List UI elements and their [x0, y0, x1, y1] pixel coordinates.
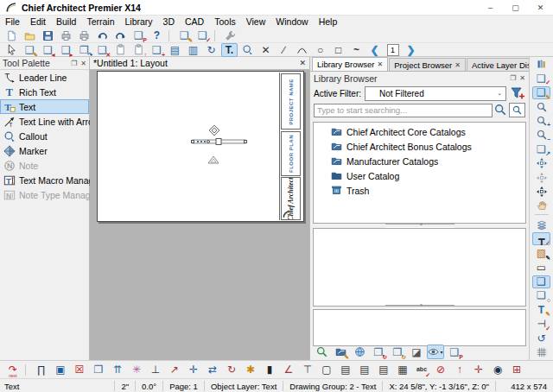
menu-tools[interactable]: Tools [209, 16, 241, 27]
fill-window-button[interactable] [532, 157, 550, 170]
menu-view[interactable]: View [241, 16, 271, 27]
library-item-core-catalogs[interactable]: Chief Architect Core Catalogs [314, 124, 525, 139]
color-chooser-button[interactable]: ▧✎ [532, 247, 550, 260]
undo-button[interactable] [94, 28, 111, 42]
toggle-preview-button[interactable]: ▾ [427, 345, 444, 359]
library-item-manufacturer-catalogs[interactable]: Manufacturer Catalogs [314, 154, 525, 168]
library-item-trash[interactable]: Trash [314, 183, 525, 198]
document-tab-close-icon[interactable]: ✕ [299, 59, 306, 67]
library-float-icon[interactable]: ❐ [510, 74, 516, 82]
library-browser-panel-button[interactable] [532, 58, 550, 71]
align-center-button[interactable]: ▤ [356, 362, 373, 377]
save-button[interactable] [40, 28, 56, 42]
close-view-button[interactable]: ❑✕ [94, 43, 111, 57]
zoom-button[interactable] [532, 100, 550, 113]
filter-funnel-icon[interactable] [510, 86, 525, 100]
tab-project-browser[interactable]: Project Browser✕ [389, 58, 466, 71]
align-left-button[interactable]: ▤ [337, 362, 354, 377]
text-tool-button[interactable]: T. [221, 43, 238, 57]
print-preview-button[interactable] [76, 28, 92, 42]
library-close-icon[interactable]: ✕ [519, 74, 525, 82]
tab-project-browser-close-icon[interactable]: ✕ [454, 61, 461, 69]
align-objects-button[interactable]: ⇄ [204, 362, 221, 377]
edit-library-button[interactable]: ✎ [332, 345, 349, 359]
layout-box-table-button[interactable]: ⊞ [508, 362, 525, 377]
redo-button[interactable] [112, 28, 129, 42]
layout-page-info-button[interactable]: ▤ [167, 43, 183, 57]
menu-terrain[interactable]: Terrain [81, 16, 119, 27]
spline-tool-button[interactable]: ~ [348, 43, 365, 57]
pan-window-button[interactable] [532, 199, 550, 212]
fill-window-no-labels-button[interactable] [532, 171, 550, 184]
open-file-button[interactable] [22, 28, 38, 42]
menu-3d[interactable]: 3D [158, 16, 180, 27]
open-symbol-button[interactable]: ▮ [261, 362, 278, 377]
copy-object-button[interactable]: ❐ [90, 362, 107, 377]
maximize-button[interactable]: ▢ [503, 0, 528, 15]
palette-item-text-line-with-arrow[interactable]: Text Line with Arrow [0, 114, 89, 129]
open-object-button[interactable]: ∏ [33, 362, 50, 377]
minimize-button[interactable]: – [478, 0, 503, 15]
update-catalog-button[interactable]: ❐↻ [370, 345, 387, 359]
make-perpendicular-button[interactable]: ⊥ [147, 362, 164, 377]
swap-views-button[interactable]: ❐↷ [76, 43, 92, 57]
active-filter-select[interactable]: Not Filtered ⌄ [365, 86, 506, 101]
palette-float-icon[interactable]: ❐ [71, 60, 77, 67]
previous-page-button[interactable]: ❮ [366, 43, 383, 57]
spell-check-button[interactable]: abc✓ [413, 362, 430, 377]
purge-unused-button[interactable]: ◪ [408, 345, 425, 359]
next-view-button[interactable]: ❑► [58, 43, 74, 57]
library-preferences-button[interactable]: ❑P [446, 345, 463, 359]
rotate-object-button[interactable]: ↻ [223, 362, 240, 377]
document-tab[interactable]: *Untitled 1: Layout [93, 58, 168, 68]
edit-preferences-button[interactable]: ❑✓ [194, 28, 211, 42]
menu-window[interactable]: Window [270, 16, 313, 27]
dimension-options-button[interactable]: ⊣✓ [532, 318, 550, 331]
rotate-view-button[interactable]: ↻ [203, 43, 219, 57]
zoom-in-button[interactable]: + [532, 115, 550, 128]
no-locate-button[interactable]: ⊘ [432, 362, 449, 377]
cross-box-tool-button[interactable]: ✕ [257, 43, 274, 57]
preferences-p-button[interactable]: ❑P [130, 28, 147, 42]
zoom-to-drawing-button[interactable] [532, 186, 550, 199]
page-preview-button[interactable]: ❏○ [532, 289, 550, 302]
palette-item-note-type-management[interactable]: Note Type Management [0, 187, 89, 202]
advanced-search-icon[interactable] [509, 103, 525, 117]
text-style-button[interactable]: ⊤ [299, 362, 316, 377]
menu-library[interactable]: Library [119, 16, 157, 27]
layer-display-options-panel-button[interactable]: ❑✎ [532, 86, 550, 99]
marker-arrow-button[interactable]: ↑ [451, 362, 468, 377]
connect-objects-button[interactable]: ▣ [52, 362, 69, 377]
palette-item-text[interactable]: Text [0, 99, 89, 114]
point-to-point-move-button[interactable]: ↗ [166, 362, 183, 377]
menu-edit[interactable]: Edit [25, 16, 51, 27]
layout-page-table-button[interactable]: ▥ [185, 43, 201, 57]
arc-options-button[interactable]: ↺ [532, 332, 550, 345]
search-icon[interactable] [494, 104, 507, 117]
select-next-button[interactable]: ↷next [4, 362, 22, 377]
new-file-button[interactable] [3, 28, 20, 42]
palette-item-callout[interactable]: Callout [0, 129, 89, 143]
angle-marker-button[interactable]: ∠ [280, 362, 297, 377]
text-box-button[interactable]: ▢ [318, 362, 335, 377]
callout-tool-button[interactable] [239, 43, 256, 57]
tape-measure-button[interactable]: ▭ [532, 261, 550, 274]
tab-library-browser[interactable]: Library Browser✕ [312, 57, 388, 71]
edit-layout-page-button[interactable]: ❑✎ [22, 43, 38, 57]
tab-library-browser-close-icon[interactable]: ✕ [378, 60, 384, 68]
center-object-button[interactable]: ✛ [185, 362, 202, 377]
help-button[interactable]: ? [149, 28, 165, 42]
previous-view-button[interactable]: ❑◄ [40, 43, 56, 57]
palette-item-rich-text[interactable]: Rich Text [0, 85, 89, 99]
drafting-tools-button[interactable]: ┳✓ [532, 232, 550, 245]
zoom-out-button[interactable]: − [532, 129, 550, 142]
arc-tool-button[interactable] [294, 43, 310, 57]
copy-button[interactable] [112, 43, 129, 57]
circle-tool-button[interactable]: ○ [312, 43, 328, 57]
default-settings-button[interactable]: ❑✎ [176, 28, 193, 42]
drawing-canvas[interactable]: PROJECT NAME FLOOR PLAN Chief Architect [90, 69, 309, 360]
catalog-online-button[interactable] [351, 345, 368, 359]
library-item-bonus-catalogs[interactable]: Chief Architect Bonus Catalogs [314, 139, 525, 154]
menu-cad[interactable]: CAD [180, 16, 209, 27]
project-browser-panel-button[interactable]: ❑✓ [532, 72, 550, 85]
